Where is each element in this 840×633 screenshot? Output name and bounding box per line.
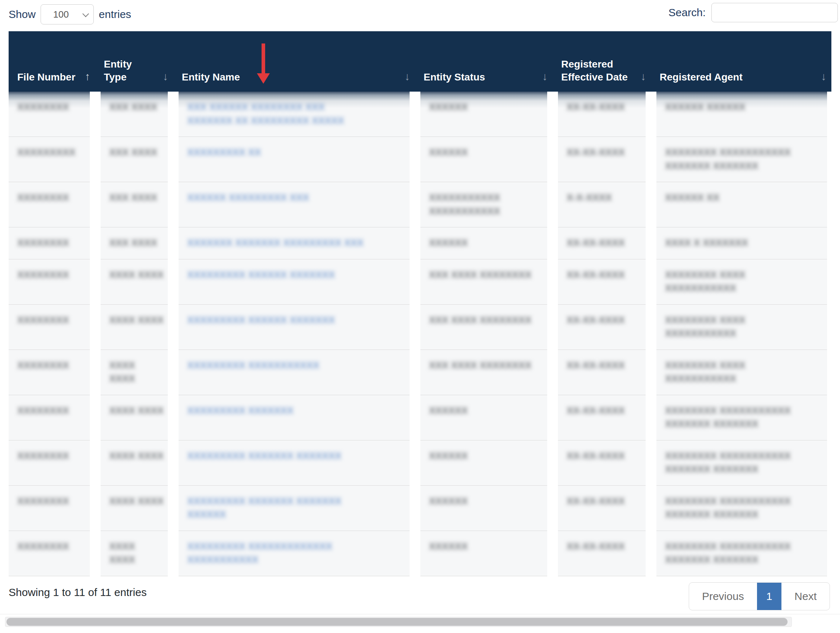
column-header-entity-status[interactable]: Entity Status ↓ bbox=[415, 31, 553, 92]
entity-name-link[interactable]: XXXXXXXXX XXXXXXXXXXXXXXXXXXXXXXXX bbox=[178, 531, 410, 576]
cell-status: XXXXXX bbox=[415, 137, 553, 182]
cell-blurred-text: XXX XXXX bbox=[101, 137, 168, 169]
cell-blurred-text: XXX XXXX XXXXXXXX bbox=[420, 350, 547, 382]
cell-blurred-text: XXXXXXXXX bbox=[9, 137, 90, 169]
cell-blurred-text: XXXXXX XXXXXX bbox=[657, 92, 827, 123]
column-header-file-number[interactable]: File Number ↑ bbox=[9, 31, 95, 92]
cell-name: XXXXXXXXX XXXXXXXXXXXXXXXXXXXXXXXX bbox=[173, 530, 415, 576]
entities-table: File Number ↑ Entity Type ↓ Entity Name … bbox=[9, 31, 836, 576]
cell-file: XXXXXXXX bbox=[9, 350, 95, 395]
entity-name-link[interactable]: XXXXXXXXX XXXXXX XXXXXXX bbox=[178, 259, 410, 291]
cell-file: XXXXXXXX bbox=[9, 259, 95, 304]
table-row: XXXXXXXXXXXX XXXXXXXXXXXXX XXXXXXXXXXXXX… bbox=[9, 395, 831, 440]
horizontal-scrollbar-track[interactable] bbox=[5, 617, 792, 627]
column-label: Registered Effective Date bbox=[561, 58, 628, 83]
cell-blurred-text: XXXXXXXX bbox=[9, 227, 90, 259]
entity-name-link[interactable]: XXXXXXXXX XX bbox=[178, 137, 410, 169]
cell-blurred-text: XXXXXXXX XXXXXXXXXXXXXXX bbox=[657, 259, 827, 304]
cell-name: XXX XXXXXX XXXXXXXX XXXXXXXXXX XX XXXXXX… bbox=[173, 92, 415, 137]
next-page-button[interactable]: Next bbox=[782, 583, 830, 610]
cell-file: XXXXXXXX bbox=[9, 92, 95, 137]
cell-blurred-text: XXXXXXXX bbox=[9, 305, 90, 336]
cell-name: XXXXXXXXX XX bbox=[173, 137, 415, 182]
cell-blurred-text: XXXX X XXXXXXX bbox=[657, 227, 827, 259]
cell-date: XX-XX-XXXX bbox=[553, 92, 651, 137]
cell-blurred-text: XXXX XXXX bbox=[101, 395, 168, 427]
cell-file: XXXXXXXX bbox=[9, 395, 95, 440]
pagination: Previous 1 Next bbox=[689, 582, 830, 610]
cell-type: XXXXXXXX bbox=[95, 350, 173, 395]
table-row: XXXXXXXXXXXX XXXXXXXXXXXXX XXXXXXXXXX-XX… bbox=[9, 137, 831, 182]
cell-agent: XXXXXXXX XXXXXXXXXXXXXXXXXX XXXXXXX bbox=[651, 395, 831, 440]
cell-blurred-text: XXXX XXXX bbox=[101, 259, 168, 291]
entity-name-link[interactable]: XXXXXXXXX XXXXXXX XXXXXXX bbox=[178, 440, 410, 472]
page-size-select[interactable]: 100 bbox=[41, 4, 94, 24]
column-label: Registered Agent bbox=[660, 71, 743, 83]
cell-agent: XXXXXXXX XXXXXXXXXXXXXXX bbox=[651, 350, 831, 395]
cell-blurred-text: XXXXXXXX bbox=[9, 182, 90, 214]
cell-blurred-text: XXXXXX XX bbox=[657, 182, 827, 214]
entity-name-link[interactable]: XXXXXXXXX XXXXXXX bbox=[178, 395, 410, 427]
cell-blurred-text: XXX XXXX XXXXXXXX bbox=[420, 259, 547, 291]
cell-type: XXXX XXXX bbox=[95, 485, 173, 530]
cell-date: XX-XX-XXXX bbox=[553, 137, 651, 182]
cell-blurred-text: XX-XX-XXXX bbox=[558, 305, 646, 336]
cell-agent: XXXXXXXX XXXXXXXXXXXXXXXXXX XXXXXXX bbox=[651, 440, 831, 485]
sort-desc-icon[interactable]: ↓ bbox=[641, 70, 646, 83]
column-header-entity-name[interactable]: Entity Name ↓ bbox=[173, 31, 415, 92]
cell-name: XXXXXXXXX XXXXXX XXXXXXX bbox=[173, 259, 415, 304]
cell-blurred-text: XXXXXXXX bbox=[9, 440, 90, 472]
cell-blurred-text: XXXXXXXX bbox=[9, 259, 90, 291]
cell-agent: XXXXXX XX bbox=[651, 182, 831, 227]
cell-blurred-text: XXXXXXXX XXXXXXXXXXXXXXX bbox=[657, 350, 827, 395]
sort-desc-icon[interactable]: ↓ bbox=[163, 70, 168, 83]
cell-blurred-text: X-X-XXXX bbox=[558, 182, 646, 214]
table-row: XXXXXXXXXXXX XXXXXXXXXXXXX XXXXXX XXXXXX… bbox=[9, 304, 831, 350]
cell-blurred-text: XXXXXXXX XXXXXXXXXXXXXXXXXX XXXXXXX bbox=[657, 440, 827, 485]
cell-blurred-text: XXXXXXXX bbox=[9, 486, 90, 517]
cell-date: XX-XX-XXXX bbox=[553, 227, 651, 259]
sort-asc-icon[interactable]: ↑ bbox=[85, 70, 90, 83]
column-label: Entity Name bbox=[182, 71, 240, 83]
cell-blurred-text: XXXXXXXX XXXXXXXXXXXXXXXXXX XXXXXXX bbox=[657, 486, 827, 530]
column-label: Entity Status bbox=[423, 71, 485, 83]
entity-name-link[interactable]: XXXXXXX XXXXXXX XXXXXXXXX XXX bbox=[178, 227, 410, 259]
entity-name-link[interactable]: XXXXXXXXX XXXXXXXXXXX bbox=[178, 350, 410, 382]
entity-name-link[interactable]: XXXXXXXXX XXXXXXX XXXXXXXXXXXXX bbox=[178, 486, 410, 530]
cell-blurred-text: XXXXXX bbox=[420, 92, 547, 123]
cell-name: XXXXXXXXX XXXXXXX bbox=[173, 395, 415, 440]
cell-blurred-text: XXXXXX bbox=[420, 227, 547, 259]
sort-desc-icon[interactable]: ↓ bbox=[542, 70, 548, 83]
table-row: XXXXXXXXXXXX XXXXXXXXXXXXX XXXXXXX XXXXX… bbox=[9, 485, 831, 530]
search-input[interactable] bbox=[711, 3, 838, 22]
column-header-registered-effective-date[interactable]: Registered Effective Date ↓ bbox=[553, 31, 651, 92]
cell-blurred-text: XXXXXXXX bbox=[9, 531, 90, 563]
cell-file: XXXXXXXX bbox=[9, 304, 95, 350]
column-header-registered-agent[interactable]: Registered Agent ↓ bbox=[651, 31, 831, 92]
cell-blurred-text: XX-XX-XXXX bbox=[558, 92, 646, 123]
current-page-button[interactable]: 1 bbox=[757, 583, 782, 610]
cell-blurred-text: XX-XX-XXXX bbox=[558, 486, 646, 517]
cell-blurred-text: XXXXXX bbox=[420, 531, 547, 563]
cell-blurred-text: XXXXXX bbox=[420, 137, 547, 169]
horizontal-scrollbar-thumb[interactable] bbox=[6, 618, 788, 626]
cell-type: XXXX XXXX bbox=[95, 440, 173, 485]
cell-type: XXXX XXXX bbox=[95, 395, 173, 440]
sort-desc-icon[interactable]: ↓ bbox=[821, 70, 826, 83]
previous-page-button[interactable]: Previous bbox=[689, 583, 757, 610]
cell-name: XXXXXXX XXXXXXX XXXXXXXXX XXX bbox=[173, 227, 415, 259]
cell-type: XXXX XXXX bbox=[95, 259, 173, 304]
cell-blurred-text: XX-XX-XXXX bbox=[558, 395, 646, 427]
search-label: Search: bbox=[669, 6, 706, 19]
entity-name-link[interactable]: XXXXXXXXX XXXXXX XXXXXXX bbox=[178, 305, 410, 336]
cell-name: XXXXXXXXX XXXXXXX XXXXXXXXXXXXX bbox=[173, 485, 415, 530]
column-header-entity-type[interactable]: Entity Type ↓ bbox=[95, 31, 173, 92]
column-label: Entity Type bbox=[104, 58, 132, 83]
sort-desc-icon[interactable]: ↓ bbox=[404, 70, 410, 83]
table-row: XXXXXXXXXXX XXXXXXXXXXX XXXXXXX XXXXXXXX… bbox=[9, 227, 831, 259]
entity-name-link[interactable]: XXX XXXXXX XXXXXXXX XXXXXXXXXX XX XXXXXX… bbox=[178, 92, 410, 137]
cell-blurred-text: XXXXXX bbox=[420, 395, 547, 427]
cell-file: XXXXXXXX bbox=[9, 530, 95, 576]
table-footer: Showing 1 to 11 of 11 entries Previous 1… bbox=[0, 576, 840, 614]
entity-name-link[interactable]: XXXXXX XXXXXXXXX XXX bbox=[178, 182, 410, 214]
